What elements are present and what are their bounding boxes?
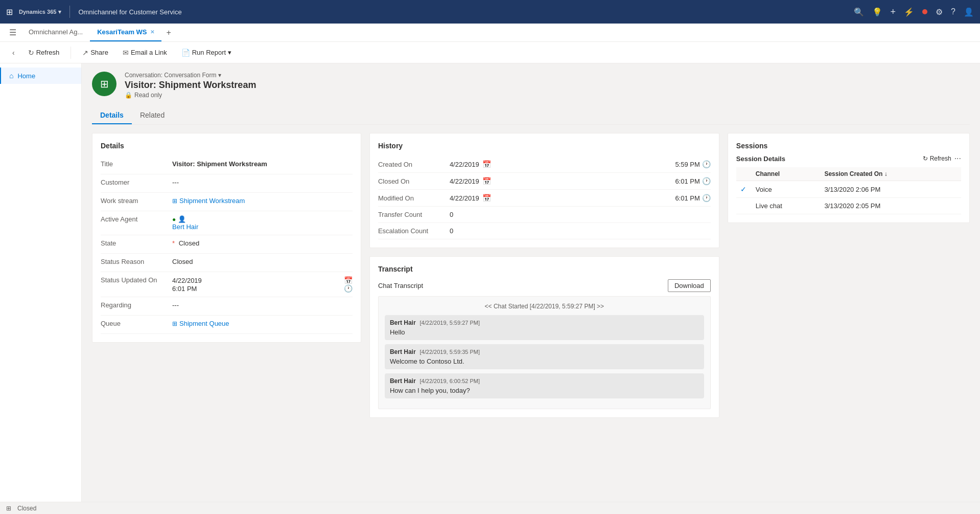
bubble-0-text: Hello bbox=[390, 328, 699, 336]
agent-link[interactable]: Bert Hair bbox=[172, 223, 353, 231]
count-value-escalation: 0 bbox=[450, 227, 453, 235]
readonly-label: 🔒 Read only bbox=[125, 92, 970, 99]
app-title[interactable]: Dynamics 365 ▾ bbox=[19, 9, 61, 15]
queue-link[interactable]: ⊞ Shipment Queue bbox=[172, 320, 353, 327]
session-check-1 bbox=[736, 198, 752, 214]
tab-close-icon[interactable]: ✕ bbox=[150, 29, 154, 35]
queue-icon: ⊞ bbox=[172, 320, 177, 327]
lock-icon: 🔒 bbox=[125, 92, 132, 99]
add-icon[interactable]: + bbox=[891, 7, 896, 17]
settings-icon[interactable]: ⚙ bbox=[936, 7, 943, 17]
notification-dot[interactable] bbox=[922, 9, 927, 14]
detail-row-regarding: Regarding --- bbox=[101, 297, 353, 316]
sessions-table-header: Channel Session Created On ↓ bbox=[736, 167, 961, 181]
history-row-created: Created On 4/22/2019 📅 5:59 PM 🕐 bbox=[378, 156, 711, 173]
session-details-header: Session Details ↻ Refresh ··· bbox=[736, 154, 961, 163]
detail-label-workstream: Work stream bbox=[101, 197, 172, 205]
session-row-0: ✓ Voice 3/13/2020 2:06 PM bbox=[736, 181, 961, 198]
bubble-0-time: [4/22/2019, 5:59:27 PM] bbox=[420, 320, 480, 326]
nav-right-icons: 🔍 💡 + ⚡ ⚙ ? 👤 bbox=[854, 7, 974, 17]
agent-online-dot: ● bbox=[172, 216, 176, 223]
detail-label-status-reason: Status Reason bbox=[101, 258, 172, 265]
run-report-label: Run Report bbox=[192, 49, 226, 56]
bubble-2-sender: Bert Hair bbox=[390, 377, 416, 385]
share-button[interactable]: ↗ Share bbox=[77, 47, 113, 59]
workstream-link[interactable]: ⊞ Shipment Workstream bbox=[172, 197, 353, 205]
detail-value-queue: ⊞ Shipment Queue bbox=[172, 320, 353, 327]
chat-bubble-2: Bert Hair [4/22/2019, 6:00:52 PM] How ca… bbox=[385, 373, 704, 398]
lightbulb-icon[interactable]: 💡 bbox=[872, 7, 882, 17]
tab-kesariteam[interactable]: KesariTeam WS ✕ bbox=[90, 24, 161, 41]
bubble-1-sender: Bert Hair bbox=[390, 348, 416, 355]
download-button[interactable]: Download bbox=[668, 279, 711, 292]
calendar-icon[interactable]: 📅 bbox=[344, 276, 353, 284]
search-icon[interactable]: 🔍 bbox=[854, 7, 864, 17]
count-label-escalation: Escalation Count bbox=[378, 227, 450, 235]
hamburger-menu[interactable]: ☰ bbox=[4, 24, 21, 41]
session-channel-0: Voice bbox=[752, 181, 821, 198]
sessions-col-created[interactable]: Session Created On ↓ bbox=[820, 167, 961, 181]
email-link-button[interactable]: ✉ Email a Link bbox=[118, 47, 172, 59]
session-check-0: ✓ bbox=[736, 181, 752, 198]
detail-row-customer: Customer --- bbox=[101, 174, 353, 193]
details-card: Details Title Visitor: Shipment Workstre… bbox=[92, 133, 361, 343]
sessions-more-icon[interactable]: ··· bbox=[954, 154, 961, 163]
title-chevron[interactable]: ▾ bbox=[58, 9, 61, 15]
clock-closed-icon[interactable]: 🕐 bbox=[702, 177, 711, 185]
history-date-created: 4/22/2019 📅 bbox=[450, 160, 675, 168]
grid-icon[interactable]: ⊞ bbox=[6, 7, 13, 17]
sidebar-item-home[interactable]: ⌂ Home bbox=[0, 68, 81, 84]
sessions-refresh-button[interactable]: ↻ Refresh bbox=[923, 155, 951, 162]
detail-row-state: State * Closed bbox=[101, 235, 353, 254]
page-header-info: Conversation: Conversation Form ▾ Visito… bbox=[125, 72, 970, 99]
sessions-refresh-label: Refresh bbox=[930, 155, 951, 162]
chat-transcript-area: << Chat Started [4/22/2019, 5:59:27 PM] … bbox=[378, 296, 711, 409]
calendar-created-icon[interactable]: 📅 bbox=[482, 160, 491, 168]
calendar-modified-icon[interactable]: 📅 bbox=[482, 194, 491, 202]
main-layout: ⌂ Home ⊞ Conversation: Conversation Form… bbox=[0, 63, 980, 514]
session-channel-1: Live chat bbox=[752, 198, 821, 214]
bubble-2-text: How can I help you, today? bbox=[390, 387, 699, 394]
detail-row-status-updated: Status Updated On 4/22/2019 📅 6:01 PM 🕐 bbox=[101, 272, 353, 297]
filter-icon[interactable]: ⚡ bbox=[904, 7, 914, 17]
nav-separator bbox=[69, 6, 70, 18]
history-card-title: History bbox=[378, 142, 711, 150]
detail-value-state: * Closed bbox=[172, 239, 353, 247]
back-button[interactable]: ‹ bbox=[8, 47, 19, 59]
clock-created-icon[interactable]: 🕐 bbox=[702, 160, 711, 168]
sessions-title: Sessions bbox=[736, 142, 767, 150]
session-created-1: 3/13/2020 2:05 PM bbox=[820, 198, 961, 214]
chat-bubble-1: Bert Hair [4/22/2019, 5:59:35 PM] Welcom… bbox=[385, 344, 704, 369]
clock-modified-icon[interactable]: 🕐 bbox=[702, 194, 711, 202]
tab-add-button[interactable]: + bbox=[161, 24, 176, 41]
sessions-refresh-icon: ↻ bbox=[923, 155, 928, 162]
help-icon[interactable]: ? bbox=[951, 7, 955, 16]
details-card-title: Details bbox=[101, 142, 353, 150]
refresh-label: Refresh bbox=[36, 49, 60, 56]
tab-bar: ☰ Omnichannel Ag... KesariTeam WS ✕ + bbox=[0, 24, 980, 42]
transcript-card: Transcript Chat Transcript Download << C… bbox=[369, 256, 719, 418]
tab-omnichannel[interactable]: Omnichannel Ag... bbox=[21, 24, 90, 41]
sessions-col-channel[interactable]: Channel bbox=[752, 167, 821, 181]
share-icon: ↗ bbox=[82, 49, 88, 57]
count-row-escalation: Escalation Count 0 bbox=[378, 223, 711, 239]
run-report-icon: 📄 bbox=[181, 49, 190, 57]
session-details-label: Session Details bbox=[736, 155, 785, 163]
tab-details[interactable]: Details bbox=[92, 107, 132, 124]
sidebar: ⌂ Home bbox=[0, 63, 82, 514]
count-label-transfer: Transfer Count bbox=[378, 211, 450, 218]
detail-row-title: Title Visitor: Shipment Workstream bbox=[101, 156, 353, 174]
run-report-button[interactable]: 📄 Run Report ▾ bbox=[176, 47, 237, 59]
refresh-button[interactable]: ↻ Refresh bbox=[23, 47, 65, 59]
detail-label-state: State bbox=[101, 239, 172, 247]
clock-icon[interactable]: 🕐 bbox=[344, 284, 353, 293]
tab-related[interactable]: Related bbox=[132, 107, 173, 124]
tab-omnichannel-label: Omnichannel Ag... bbox=[29, 28, 83, 36]
calendar-closed-icon[interactable]: 📅 bbox=[482, 177, 491, 185]
detail-value-regarding: --- bbox=[172, 301, 353, 309]
detail-label-queue: Queue bbox=[101, 320, 172, 327]
form-chevron[interactable]: ▾ bbox=[218, 72, 221, 79]
user-icon[interactable]: 👤 bbox=[964, 7, 974, 17]
chat-started-label: << Chat Started [4/22/2019, 5:59:27 PM] … bbox=[385, 303, 704, 310]
state-required-indicator: * bbox=[172, 239, 175, 247]
